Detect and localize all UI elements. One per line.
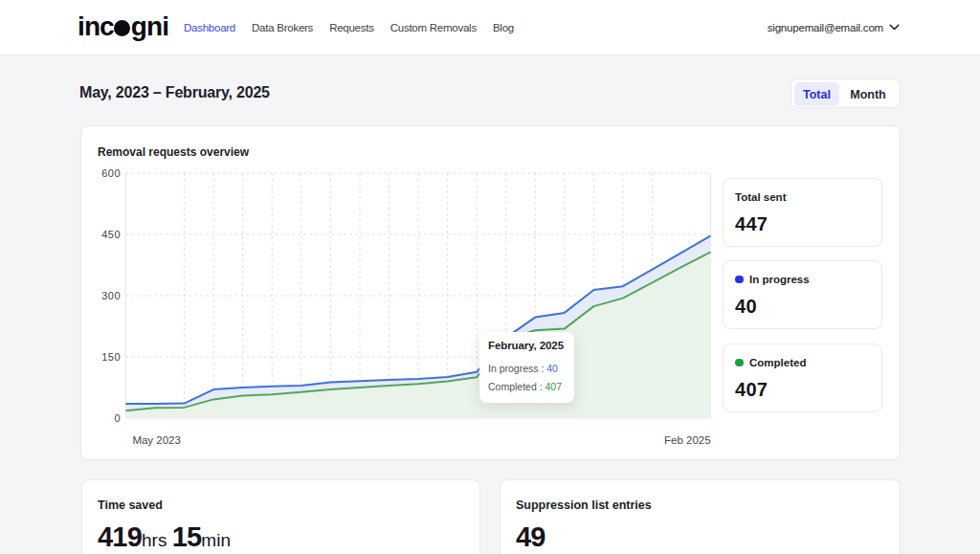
svg-text:300: 300 [101, 290, 121, 301]
svg-text:May 2023: May 2023 [132, 434, 181, 446]
svg-text:600: 600 [101, 167, 121, 179]
svg-text:450: 450 [101, 229, 121, 240]
svg-text:Feb 2025: Feb 2025 [664, 434, 711, 446]
svg-text:0: 0 [114, 412, 121, 424]
svg-text:150: 150 [101, 351, 121, 363]
